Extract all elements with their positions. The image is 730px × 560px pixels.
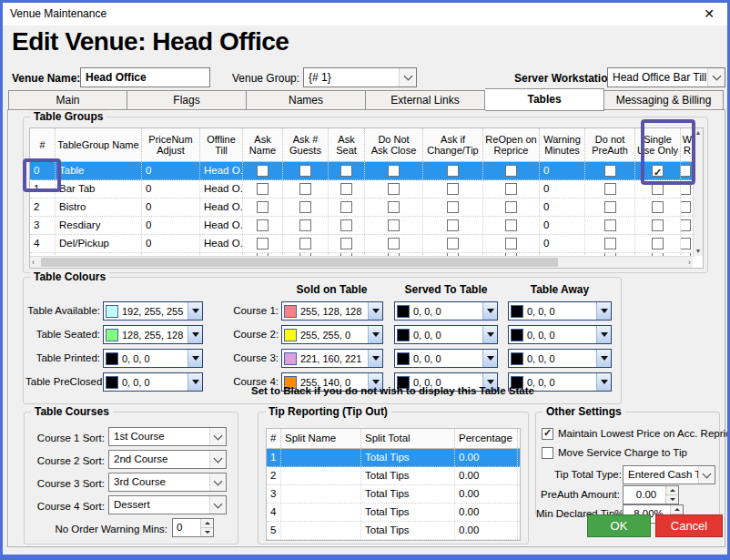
cell-ask_seat[interactable] — [329, 199, 365, 216]
chevron-down-icon[interactable] — [188, 302, 202, 320]
checkbox[interactable] — [257, 183, 269, 195]
column-header-tablegroup-name[interactable]: TableGroup Name — [56, 128, 142, 161]
spin-up-icon[interactable] — [666, 486, 678, 494]
no-order-warning-stepper[interactable]: 0 — [172, 518, 214, 537]
ok-button[interactable]: OK — [587, 514, 651, 537]
colour-picker-course-1-served[interactable]: 0, 0, 0 — [394, 301, 498, 321]
checkbox[interactable] — [257, 165, 269, 177]
checkbox[interactable] — [652, 238, 664, 249]
chevron-down-icon[interactable] — [399, 68, 416, 87]
table-row[interactable]: 4Del/Pickup0Head O...0 — [30, 235, 695, 253]
column-header-ask-guests[interactable]: Ask #Guests — [283, 128, 329, 161]
scroll-down-icon[interactable]: ▼ — [695, 247, 702, 256]
tab-tables[interactable]: Tables — [485, 88, 604, 111]
checkbox[interactable] — [505, 201, 517, 213]
column-header-single-use-only[interactable]: SingleUse Only — [635, 128, 681, 161]
checkbox[interactable] — [505, 238, 517, 249]
cell-ask_seat[interactable] — [329, 217, 365, 234]
colour-picker-course-2-served[interactable]: 0, 0, 0 — [394, 325, 498, 344]
column-header-ask-seat[interactable]: AskSeat — [329, 128, 365, 161]
tip-column-header-[interactable]: # — [267, 429, 281, 448]
cell-ask_name[interactable] — [243, 217, 283, 234]
cell-do_not_preauth[interactable] — [585, 180, 635, 198]
chevron-down-icon[interactable] — [698, 466, 715, 484]
setting-checkbox-move-service-charge-to-tip[interactable]: Move Service Charge to Tip — [542, 445, 687, 460]
course-sort-select-1[interactable]: 1st Course — [108, 427, 227, 446]
setting-checkbox-maintain-lowest-price-on-acc-reprice[interactable]: Maintain Lowest Price on Acc. Reprice — [542, 426, 730, 441]
spin-down-icon[interactable] — [666, 494, 678, 504]
cell-single_use_only[interactable] — [635, 162, 681, 179]
cell-single_use_only[interactable] — [635, 235, 681, 252]
tip-row[interactable]: 2Total Tips0.00 — [267, 467, 520, 485]
course-sort-select-3[interactable]: 3rd Course — [108, 473, 227, 492]
checkbox[interactable] — [299, 219, 311, 231]
checkbox[interactable] — [447, 201, 459, 213]
column-header-ask-name[interactable]: AskName — [243, 128, 283, 161]
tip-row[interactable]: 4Total Tips0.00 — [267, 504, 520, 522]
colour-picker-course-2-sold[interactable]: 255, 255, 0 — [281, 325, 383, 344]
table-row[interactable]: 2Bistro0Head O...0 — [30, 199, 695, 217]
table-row[interactable]: 3Resdiary0Head O...0 — [30, 217, 695, 235]
checkbox[interactable] — [681, 165, 691, 177]
scroll-left-icon[interactable]: ‹ — [32, 257, 35, 268]
tab-names[interactable]: Names — [247, 90, 366, 110]
chevron-down-icon[interactable] — [188, 373, 202, 391]
checkbox[interactable] — [652, 183, 664, 195]
cell-do_not_preauth[interactable] — [585, 162, 635, 179]
checkbox[interactable] — [447, 238, 459, 249]
tab-external-links[interactable]: External Links — [366, 90, 485, 110]
cell-ask_if_change_tip[interactable] — [423, 180, 483, 198]
table-row[interactable]: 1Bar Tab0Head O...0 — [30, 180, 695, 199]
cell-do_not_ask_close[interactable] — [365, 199, 423, 216]
colour-picker-course-3-away[interactable]: 0, 0, 0 — [508, 349, 612, 368]
course-sort-select-4[interactable]: Dessert — [108, 495, 227, 514]
checkbox[interactable] — [505, 183, 517, 195]
checkbox[interactable] — [340, 219, 352, 231]
checkbox-checked[interactable] — [542, 428, 553, 440]
checkbox[interactable] — [604, 219, 616, 231]
cell-ask_name[interactable] — [243, 235, 283, 252]
cell-single_use_only[interactable] — [635, 199, 681, 216]
chevron-down-icon[interactable] — [596, 373, 611, 391]
chevron-down-icon[interactable] — [209, 428, 226, 445]
checkbox[interactable] — [604, 201, 616, 213]
checkbox[interactable] — [299, 238, 311, 249]
checkbox[interactable] — [388, 165, 400, 177]
cell-do_not_preauth[interactable] — [585, 235, 635, 252]
checkbox[interactable] — [299, 183, 311, 195]
checkbox[interactable] — [388, 201, 400, 213]
cell-ask_guests[interactable] — [283, 199, 329, 216]
column-header-warning-minutes[interactable]: WarningMinutes — [540, 128, 585, 161]
checkbox[interactable] — [681, 238, 691, 249]
column-header-reopen-on-reprice[interactable]: ReOpen onReprice — [483, 128, 540, 161]
cell-reopen_on_reprice[interactable] — [483, 217, 540, 234]
table-row[interactable]: 0Table0Head O...0 — [30, 162, 695, 180]
cell-ask_name[interactable] — [243, 199, 283, 216]
chevron-down-icon[interactable] — [209, 451, 226, 468]
cell-do_not_ask_close[interactable] — [365, 217, 423, 234]
server-workstation-select[interactable]: Head Office Bar Till 1 — [607, 67, 725, 87]
chevron-down-icon[interactable] — [596, 302, 611, 320]
checkbox[interactable] — [604, 165, 616, 177]
checkbox[interactable] — [299, 165, 311, 177]
checkbox[interactable] — [447, 165, 459, 177]
checkbox[interactable] — [340, 238, 352, 249]
tip-total-type-select[interactable]: Entered Cash Tips — [623, 465, 715, 484]
colour-picker-table-available[interactable]: 192, 255, 255 — [103, 301, 203, 321]
cell-reopen_on_reprice[interactable] — [483, 235, 540, 252]
tip-row[interactable]: 3Total Tips0.00 — [267, 485, 520, 504]
chevron-down-icon[interactable] — [368, 326, 382, 343]
checkbox[interactable] — [340, 165, 352, 177]
checkbox[interactable] — [299, 201, 311, 213]
checkbox[interactable] — [257, 219, 269, 231]
cell-ask_seat[interactable] — [329, 180, 365, 198]
cell-do_not_preauth[interactable] — [585, 217, 635, 234]
checkbox[interactable] — [340, 201, 352, 213]
chevron-down-icon[interactable] — [707, 68, 725, 87]
chevron-down-icon[interactable] — [209, 473, 226, 491]
tip-column-header-percentage[interactable]: Percentage — [455, 429, 518, 448]
checkbox[interactable] — [447, 219, 459, 231]
cell-do_not_ask_close[interactable] — [365, 180, 423, 198]
tip-column-header-split-total[interactable]: Split Total — [361, 429, 455, 448]
column-header-pricenum-adjust[interactable]: PriceNumAdjust — [142, 128, 200, 161]
